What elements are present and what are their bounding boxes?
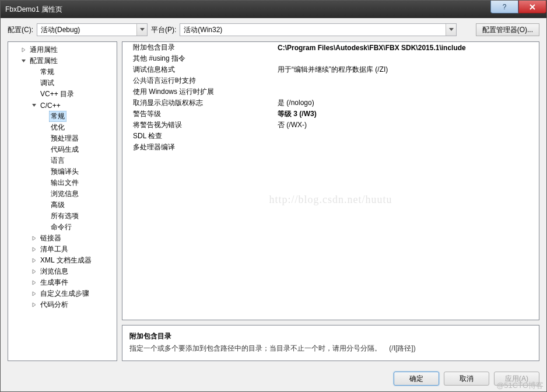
tree-spacer: [41, 180, 48, 187]
tree-item[interactable]: 优化: [9, 122, 115, 133]
tree-item-label: 常规: [38, 66, 56, 78]
property-name: 警告等级: [122, 109, 275, 119]
tree-item[interactable]: 语言: [9, 155, 115, 166]
property-name: 其他 #using 指令: [122, 54, 275, 64]
tree-item[interactable]: 链接器: [9, 233, 115, 244]
property-value[interactable]: 用于“编辑并继续”的程序数据库 (/ZI): [275, 65, 539, 75]
tree-item[interactable]: 高级: [9, 200, 115, 211]
tree-collapsed-icon[interactable]: [30, 302, 37, 309]
tree-expanded-icon[interactable]: [30, 102, 37, 109]
tree-spacer: [41, 124, 48, 131]
tree-item[interactable]: 浏览信息: [9, 188, 115, 200]
tree-item[interactable]: 所有选项: [9, 211, 115, 222]
property-row[interactable]: SDL 检查: [122, 131, 539, 142]
tree-item[interactable]: 预编译头: [9, 166, 115, 177]
tree-item-label: 命令行: [49, 222, 73, 233]
property-row[interactable]: 公共语言运行时支持: [122, 75, 539, 86]
toolbar: 配置(C): 活动(Debug) 平台(P): 活动(Win32) 配置管理器(…: [1, 18, 546, 41]
property-row[interactable]: 附加包含目录C:\Program Files\Autodesk\FBX\FBX …: [122, 42, 539, 53]
tree-item[interactable]: 常规: [9, 111, 115, 122]
property-name: 取消显示启动版权标志: [122, 98, 275, 108]
tree-spacer: [41, 224, 48, 231]
property-value[interactable]: 是 (/nologo): [275, 98, 539, 108]
property-name: 使用 Windows 运行时扩展: [122, 87, 275, 97]
tree-collapsed-icon[interactable]: [30, 235, 37, 242]
tree-item[interactable]: 输出文件: [9, 177, 115, 188]
tree-item[interactable]: 浏览信息: [9, 266, 115, 277]
tree-spacer: [41, 191, 48, 198]
platform-combo[interactable]: 活动(Win32): [180, 23, 457, 36]
tree-collapsed-icon[interactable]: [20, 47, 27, 54]
property-row[interactable]: 其他 #using 指令: [122, 53, 539, 64]
property-row[interactable]: 将警告视为错误否 (/WX-): [122, 120, 539, 131]
dialog-footer: 确定 取消 应用(A): [1, 366, 546, 391]
property-name: 多处理器编译: [122, 142, 275, 152]
tree-item[interactable]: 代码生成: [9, 144, 115, 155]
property-row[interactable]: 多处理器编译: [122, 142, 539, 153]
config-combo[interactable]: 活动(Debug): [37, 23, 148, 36]
tree-item-label: 常规: [49, 111, 66, 122]
property-value[interactable]: 等级 3 (/W3): [275, 109, 539, 119]
tree-item-label: 输出文件: [49, 177, 80, 188]
property-row[interactable]: 调试信息格式用于“编辑并继续”的程序数据库 (/ZI): [122, 64, 539, 75]
tree-collapsed-icon[interactable]: [30, 268, 37, 275]
tree-item[interactable]: 调试: [9, 78, 115, 89]
tree-item-label: 浏览信息: [49, 188, 80, 200]
titlebar[interactable]: FbxDemo1 属性页 ?: [1, 1, 546, 18]
config-label: 配置(C):: [8, 25, 33, 35]
chevron-down-icon: [136, 24, 147, 36]
help-icon: ?: [503, 3, 507, 11]
tree-item[interactable]: 生成事件: [9, 277, 115, 288]
property-row[interactable]: 警告等级等级 3 (/W3): [122, 108, 539, 120]
tree-item[interactable]: 命令行: [9, 222, 115, 233]
tree-item[interactable]: VC++ 目录: [9, 89, 115, 100]
tree-collapsed-icon[interactable]: [30, 279, 37, 286]
tree-item-label: 语言: [49, 155, 66, 166]
property-value[interactable]: C:\Program Files\Autodesk\FBX\FBX SDK\20…: [275, 44, 539, 52]
tree-item-label: 清单工具: [38, 244, 70, 255]
content-area: http://blog.csdn.net/huutu 附加包含目录C:\Prog…: [122, 41, 539, 361]
tree-item[interactable]: 代码分析: [9, 299, 115, 310]
apply-button[interactable]: 应用(A): [494, 372, 539, 386]
tree-item-label: XML 文档生成器: [38, 255, 93, 266]
property-name: 附加包含目录: [122, 43, 275, 52]
tree-item[interactable]: C/C++: [9, 100, 115, 111]
tree-spacer: [30, 91, 37, 98]
description-text: 指定一个或多个要添加到包含路径中的目录；当目录不止一个时，请用分号分隔。 (/I…: [129, 344, 532, 354]
tree-item[interactable]: 清单工具: [9, 244, 115, 255]
tree-item-label: VC++ 目录: [38, 89, 76, 100]
tree-item[interactable]: 通用属性: [9, 44, 115, 55]
help-button[interactable]: ?: [490, 1, 518, 13]
property-name: 公共语言运行时支持: [122, 76, 275, 86]
tree-collapsed-icon[interactable]: [30, 257, 37, 264]
chevron-down-icon: [446, 24, 456, 36]
config-manager-button[interactable]: 配置管理器(O)...: [476, 23, 539, 36]
tree-item-label: 配置属性: [28, 55, 59, 66]
property-name: 将警告视为错误: [122, 120, 275, 130]
tree-item-label: 高级: [49, 200, 66, 211]
property-name: SDL 检查: [122, 131, 275, 141]
tree-collapsed-icon[interactable]: [30, 290, 37, 298]
close-button[interactable]: [518, 1, 546, 13]
tree-collapsed-icon[interactable]: [30, 246, 37, 253]
cancel-button[interactable]: 取消: [444, 372, 489, 386]
tree-item-label: 代码分析: [38, 299, 70, 310]
property-value[interactable]: 否 (/WX-): [275, 120, 539, 130]
tree-expanded-icon[interactable]: [20, 58, 27, 65]
property-row[interactable]: 使用 Windows 运行时扩展: [122, 86, 539, 97]
ok-button[interactable]: 确定: [394, 372, 439, 386]
property-grid[interactable]: http://blog.csdn.net/huutu 附加包含目录C:\Prog…: [122, 41, 539, 320]
tree-item-label: 代码生成: [49, 144, 80, 155]
tree-item[interactable]: 常规: [9, 66, 115, 78]
category-tree[interactable]: 通用属性配置属性常规调试VC++ 目录C/C++常规优化预处理器代码生成语言预编…: [8, 41, 117, 361]
property-row[interactable]: 取消显示启动版权标志是 (/nologo): [122, 97, 539, 108]
tree-item[interactable]: XML 文档生成器: [9, 255, 115, 266]
tree-spacer: [41, 146, 48, 153]
config-value: 活动(Debug): [37, 25, 136, 35]
tree-spacer: [41, 135, 48, 142]
tree-item[interactable]: 自定义生成步骤: [9, 288, 115, 299]
tree-item[interactable]: 配置属性: [9, 55, 115, 66]
tree-item-label: 浏览信息: [38, 266, 70, 277]
tree-item[interactable]: 预处理器: [9, 133, 115, 144]
tree-spacer: [41, 113, 48, 120]
